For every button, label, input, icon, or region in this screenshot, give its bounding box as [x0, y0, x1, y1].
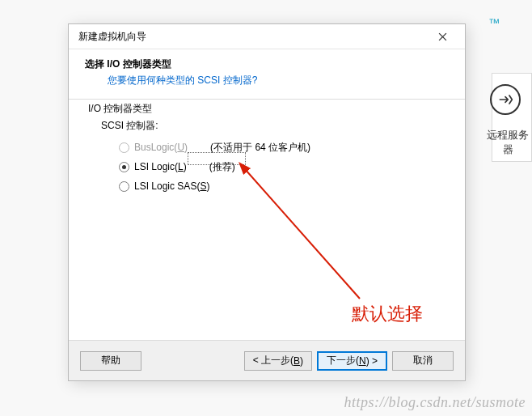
wizard-header-title: 选择 I/O 控制器类型 — [85, 57, 449, 71]
remote-server-label: 远程服务器 — [483, 128, 532, 157]
radio-icon — [119, 142, 129, 153]
dialog-title: 新建虚拟机向导 — [78, 30, 426, 44]
radio-lsi-logic[interactable]: LSI Logic(L) (推荐) — [119, 159, 437, 175]
radio-label: LSI Logic SAS(S) — [134, 180, 209, 192]
titlebar: 新建虚拟机向导 — [69, 24, 465, 49]
radio-note: (推荐) — [209, 160, 235, 174]
wizard-footer: 帮助 < 上一步(B) 下一步(N) > 取消 — [69, 340, 465, 380]
watermark-text: https://blog.csdn.net/susmote — [344, 394, 526, 411]
radio-label: LSI Logic(L) — [134, 161, 187, 172]
wizard-dialog: 新建虚拟机向导 选择 I/O 控制器类型 您要使用何种类型的 SCSI 控制器?… — [68, 23, 466, 381]
radio-icon — [119, 181, 129, 192]
wizard-header: 选择 I/O 控制器类型 您要使用何种类型的 SCSI 控制器? — [69, 49, 465, 99]
radio-note: (不适用于 64 位客户机) — [210, 141, 310, 155]
scsi-controller-label: SCSI 控制器: — [101, 119, 437, 133]
wizard-body: I/O 控制器类型 SCSI 控制器: BusLogic(U) (不适用于 64… — [69, 100, 465, 340]
radio-buslogic: BusLogic(U) (不适用于 64 位客户机) — [119, 139, 437, 155]
close-button[interactable] — [426, 27, 458, 46]
annotation-text: 默认选择 — [352, 302, 423, 326]
remote-server-icon — [490, 84, 521, 115]
io-controller-group: I/O 控制器类型 SCSI 控制器: BusLogic(U) (不适用于 64… — [85, 108, 449, 206]
radio-lsi-logic-sas[interactable]: LSI Logic SAS(S) — [119, 178, 437, 194]
wizard-header-subtitle: 您要使用何种类型的 SCSI 控制器? — [85, 74, 449, 87]
radio-label: BusLogic(U) — [134, 142, 188, 153]
help-button[interactable]: 帮助 — [80, 351, 141, 371]
cancel-button[interactable]: 取消 — [392, 351, 454, 371]
group-label: I/O 控制器类型 — [85, 102, 155, 116]
trademark-text: ™ — [488, 16, 500, 29]
radio-icon — [119, 162, 129, 172]
next-button[interactable]: 下一步(N) > — [317, 351, 387, 371]
close-icon — [438, 32, 447, 41]
back-button[interactable]: < 上一步(B) — [244, 351, 312, 371]
